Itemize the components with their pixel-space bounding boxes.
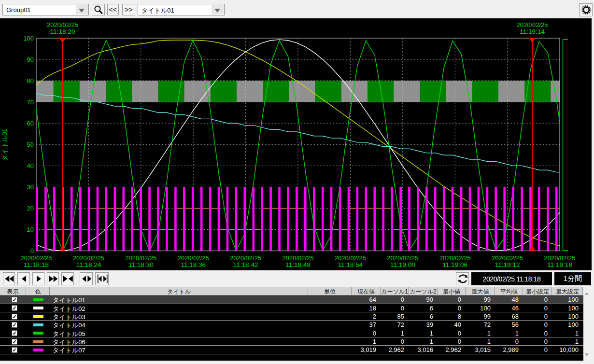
svg-text:2020/02/25: 2020/02/25	[125, 254, 156, 262]
svg-text:2020/02/25: 2020/02/25	[230, 254, 261, 262]
svg-text:11:18:48: 11:18:48	[285, 261, 311, 268]
svg-text:30: 30	[27, 183, 34, 191]
svg-text:100: 100	[23, 35, 34, 42]
svg-text:2020/02/25: 2020/02/25	[47, 21, 78, 28]
svg-text:タイトル01: タイトル01	[1, 128, 8, 161]
svg-text:2020/02/25: 2020/02/25	[517, 21, 548, 28]
svg-text:11:19:00: 11:19:00	[390, 261, 415, 268]
svg-text:2020/02/25: 2020/02/25	[439, 254, 471, 262]
svg-text:2020/02/25: 2020/02/25	[73, 254, 104, 262]
svg-text:11:19:14: 11:19:14	[520, 28, 545, 35]
svg-text:80: 80	[27, 77, 34, 84]
svg-text:11:18:54: 11:18:54	[338, 261, 363, 268]
svg-text:2020/02/25: 2020/02/25	[544, 254, 576, 262]
svg-text:2020/02/25: 2020/02/25	[492, 254, 523, 262]
svg-text:70: 70	[27, 98, 34, 106]
svg-text:2020/02/25: 2020/02/25	[387, 254, 418, 262]
svg-text:2020/02/25: 2020/02/25	[283, 254, 314, 262]
svg-text:2020/02/25: 2020/02/25	[21, 254, 52, 262]
svg-text:11:19:06: 11:19:06	[442, 261, 467, 268]
svg-text:2020/02/25: 2020/02/25	[178, 254, 209, 262]
svg-text:40: 40	[27, 162, 34, 169]
svg-text:0: 0	[30, 247, 34, 254]
svg-text:11:18:24: 11:18:24	[76, 261, 101, 268]
svg-text:60: 60	[27, 120, 34, 127]
svg-text:11:18:30: 11:18:30	[128, 261, 154, 268]
svg-text:2020/02/25: 2020/02/25	[335, 254, 366, 262]
svg-text:11:18:20: 11:18:20	[50, 28, 75, 35]
svg-text:11:19:12: 11:19:12	[495, 261, 520, 268]
svg-text:50: 50	[27, 141, 34, 148]
svg-text:11:18:18: 11:18:18	[24, 261, 49, 268]
svg-text:11:19:18: 11:19:18	[547, 261, 572, 268]
svg-text:90: 90	[27, 56, 34, 63]
svg-text:10: 10	[27, 226, 34, 233]
svg-text:20: 20	[27, 205, 34, 212]
svg-text:11:18:36: 11:18:36	[181, 261, 206, 268]
svg-text:11:18:42: 11:18:42	[233, 261, 258, 268]
